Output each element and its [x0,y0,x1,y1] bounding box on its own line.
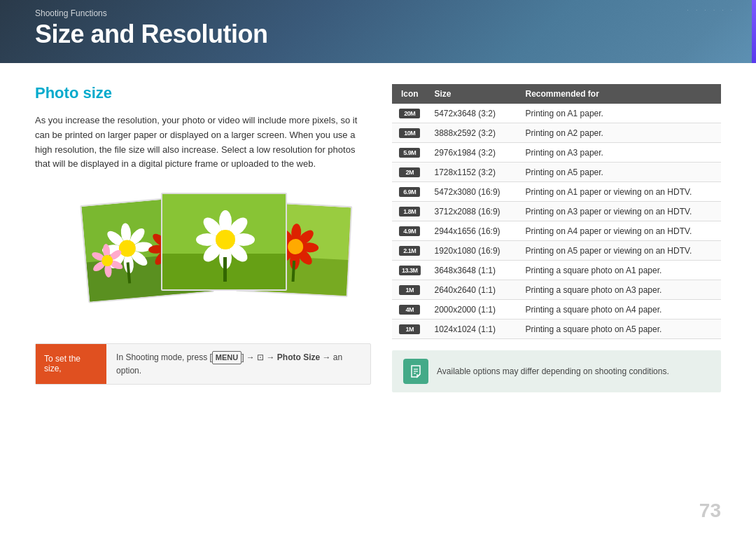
cell-size: 5472x3648 (3:2) [428,104,519,123]
svg-point-20 [102,244,111,259]
cell-icon: 13.3M [392,261,428,280]
icon-badge: 1M [399,324,420,334]
main-content: Photo size As you increase the resolutio… [0,63,756,508]
cell-icon: 6.9M [392,182,428,202]
table-row: 5.9M2976x1984 (3:2)Printing on A3 paper. [392,143,721,163]
svg-point-31 [219,210,232,233]
svg-rect-29 [162,194,287,291]
table-row: 4.9M2944x1656 (16:9)Printing on A4 paper… [392,221,721,241]
header-accent [752,0,756,63]
page-title: Size and Resolution [35,20,268,49]
instruction-label: To set the size, [36,344,106,384]
icon-badge: 4.9M [399,226,420,236]
cell-icon: 4M [392,300,428,319]
cell-size: 2000x2000 (1:1) [428,300,519,319]
svg-point-9 [105,228,126,249]
svg-point-3 [127,226,148,247]
svg-point-7 [107,249,127,270]
icon-badge: 13.3M [399,266,421,275]
svg-point-24 [92,259,107,273]
icon-badge: 5.9M [399,148,420,158]
header-decoration [616,0,756,63]
table-row: 20M5472x3648 (3:2)Printing on A1 paper. [392,104,721,123]
svg-point-34 [226,240,251,265]
cell-size: 5472x3080 (16:9) [428,182,519,202]
table-row: 1.8M3712x2088 (16:9)Printing on A3 paper… [392,202,721,221]
note-text: Available options may differ depending o… [437,366,669,376]
cell-icon: 2M [392,163,428,182]
cell-icon: 10M [392,123,428,143]
instruction-text: In Shooting mode, press [MENU] → ⊡ → Pho… [106,344,370,384]
cell-size: 1024x1024 (1:1) [428,319,519,339]
cell-recommended: Printing on A4 paper or viewing on an HD… [519,221,721,241]
note-icon [403,359,428,384]
svg-point-47 [289,252,300,270]
cell-recommended: Printing on A5 paper or viewing on an HD… [519,241,721,261]
cell-recommended: Printing on A3 paper. [519,143,721,163]
col-recommended-header: Recommended for [519,84,721,104]
svg-point-44 [296,228,316,247]
cell-icon: 1M [392,319,428,339]
photo-frame-2 [161,193,287,291]
header-subtitle: Shooting Functions [35,8,107,18]
icon-badge: 4M [399,305,420,315]
cell-recommended: Printing on A2 paper. [519,123,721,143]
photo-size-table: Icon Size Recommended for 20M5472x3648 (… [392,84,721,339]
svg-rect-40 [223,257,227,282]
svg-point-21 [108,248,123,262]
cell-size: 3648x3648 (1:1) [428,261,519,280]
table-row: 10M3888x2592 (3:2)Printing on A2 paper. [392,123,721,143]
svg-point-36 [200,240,225,265]
svg-point-23 [104,263,113,278]
cell-icon: 20M [392,104,428,123]
svg-rect-52 [292,261,296,282]
svg-point-5 [128,248,149,268]
cell-icon: 2.1M [392,241,428,261]
svg-point-33 [232,233,255,246]
svg-point-6 [123,254,134,274]
svg-rect-27 [127,262,132,283]
note-box: Available options may differ depending o… [392,350,721,392]
menu-key: MENU [212,351,241,364]
page-number: 73 [699,500,721,522]
cell-size: 3888x2592 (3:2) [428,123,519,143]
table-row: 4M2000x2000 (1:1)Printing a square photo… [392,300,721,319]
icon-badge: 10M [399,128,420,138]
table-row: 6.9M5472x3080 (16:9)Printing on A1 paper… [392,182,721,202]
svg-point-39 [216,230,235,249]
cell-recommended: Printing on A3 paper or viewing on an HD… [519,202,721,221]
table-row: 2.1M1920x1080 (16:9)Printing on A5 paper… [392,241,721,261]
cell-recommended: Printing a square photo on A3 paper. [519,280,721,300]
svg-point-25 [90,251,106,263]
photo-illustration [70,186,336,326]
section-title: Photo size [35,84,371,102]
svg-point-46 [295,247,315,268]
header-dots: · · · · · · [687,7,735,13]
svg-point-4 [132,242,153,253]
svg-point-51 [288,239,304,255]
icon-badge: 6.9M [399,187,420,197]
cell-recommended: Printing on A1 paper. [519,104,721,123]
svg-point-2 [120,223,132,243]
cell-icon: 1.8M [392,202,428,221]
left-column: Photo size As you increase the resolutio… [35,84,371,487]
col-size-header: Size [428,84,519,104]
cell-size: 1920x1080 (16:9) [428,241,519,261]
icon-badge: 20M [399,109,420,118]
description-text: As you increase the resolution, your pho… [35,114,371,172]
cell-size: 2976x1984 (3:2) [428,143,519,163]
cell-recommended: Printing on A1 paper or viewing on an HD… [519,182,721,202]
cell-size: 2944x1656 (16:9) [428,221,519,241]
svg-point-26 [102,255,113,267]
table-row: 1M2640x2640 (1:1)Printing a square photo… [392,280,721,300]
cell-size: 2640x2640 (1:1) [428,280,519,300]
cell-recommended: Printing on A5 paper. [519,163,721,182]
svg-point-10 [118,240,136,258]
svg-point-32 [226,214,251,239]
cell-icon: 5.9M [392,143,428,163]
svg-point-43 [291,224,302,242]
table-row: 1M1024x1024 (1:1)Printing a square photo… [392,319,721,339]
svg-point-45 [300,242,319,253]
table-row: 2M1728x1152 (3:2)Printing on A5 paper. [392,163,721,182]
cell-recommended: Printing a square photo on A5 paper. [519,319,721,339]
